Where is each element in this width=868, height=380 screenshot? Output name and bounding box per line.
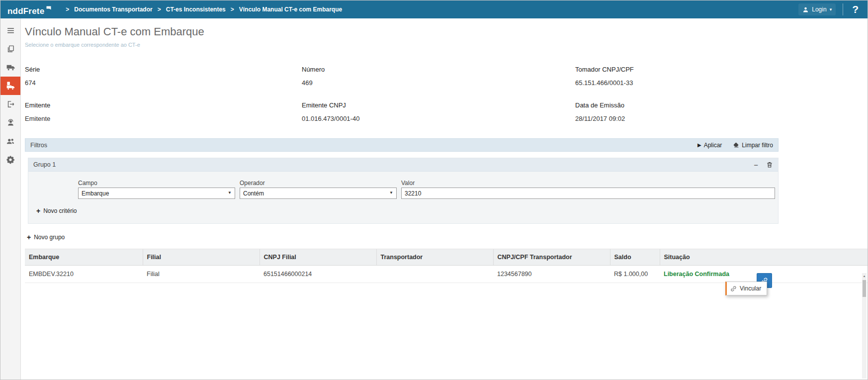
- filter-actions: ▶ Aplicar Limpar filtro: [697, 142, 773, 149]
- brand-logo[interactable]: nddFrete: [7, 3, 52, 15]
- apply-filter-button[interactable]: ▶ Aplicar: [697, 142, 722, 149]
- login-menu[interactable]: Login ▾: [798, 3, 836, 15]
- filters-header: Filtros ▶ Aplicar Limpar filtro: [25, 138, 779, 152]
- collapse-group-button[interactable]: −: [754, 161, 758, 169]
- breadcrumb: > Documentos Transportador > CT-es Incon…: [66, 6, 798, 13]
- help-button[interactable]: ?: [850, 3, 861, 15]
- column-header-situacao[interactable]: Situação: [660, 249, 868, 266]
- filter-group-title: Grupo 1: [33, 161, 56, 168]
- copy-icon: [6, 45, 15, 53]
- campo-select[interactable]: Embarque: [78, 188, 235, 199]
- menu-icon: [6, 26, 15, 35]
- column-header-cnpj-cpf-transportador[interactable]: CNPJ/CPF Transportador: [493, 249, 610, 266]
- cell-filial: Filial: [143, 266, 260, 283]
- plus-icon: +: [36, 207, 40, 214]
- brand-name: nddFrete: [7, 3, 44, 15]
- column-header-embarque[interactable]: Embarque: [25, 249, 143, 266]
- field-label: Emitente CNPJ: [302, 101, 575, 109]
- sidebar-item-usuarios[interactable]: [0, 132, 20, 150]
- sidebar-item-atendimento[interactable]: [0, 113, 20, 132]
- sidebar-item-documentos-transportador[interactable]: [0, 77, 20, 95]
- field-data-emissao: Data de Emissão 28/11/2017 09:02: [575, 101, 868, 122]
- operador-select[interactable]: Contém: [240, 188, 397, 199]
- field-value: 469: [302, 79, 575, 87]
- topbar: nddFrete > Documentos Transportador > CT…: [0, 0, 868, 18]
- sidebar-item-exportar[interactable]: [0, 95, 20, 113]
- sidebar: [0, 18, 21, 380]
- scroll-up-arrow[interactable]: ▲: [862, 273, 867, 279]
- operador-field: Contém ▼: [240, 188, 397, 199]
- cell-cnpj-cpf-transportador: 1234567890: [493, 266, 610, 283]
- topbar-divider: [843, 3, 843, 15]
- sidebar-item-transporte[interactable]: [0, 58, 20, 77]
- campo-field: Embarque ▼: [78, 188, 235, 199]
- field-emitente-cnpj: Emitente CNPJ 01.016.473/0001-40: [302, 101, 575, 122]
- field-label: Data de Emissão: [575, 101, 868, 109]
- users-icon: [6, 137, 15, 146]
- field-value: Emitente: [25, 115, 302, 122]
- gear-icon: [6, 155, 15, 164]
- export-icon: [6, 100, 15, 108]
- plus-icon: +: [27, 234, 31, 241]
- column-header-cnpj-filial[interactable]: CNPJ Filial: [260, 249, 376, 266]
- page-title: Vínculo Manual CT-e com Embarque: [25, 25, 868, 38]
- field-label: Série: [25, 66, 302, 73]
- clear-filter-button[interactable]: Limpar filtro: [733, 142, 773, 149]
- app-window: nddFrete > Documentos Transportador > CT…: [0, 0, 868, 380]
- valor-input[interactable]: [401, 188, 775, 199]
- login-label: Login: [812, 6, 826, 13]
- support-headset-icon: [6, 118, 15, 127]
- operador-label: Operador: [240, 180, 265, 187]
- field-emitente: Emitente Emitente: [25, 101, 302, 122]
- play-icon: ▶: [697, 142, 701, 148]
- cte-details: Série 674 Número 469 Tomador CNPJ/CPF 65…: [25, 66, 868, 122]
- column-header-saldo[interactable]: Saldo: [610, 249, 660, 266]
- sidebar-item-documentos[interactable]: [0, 40, 20, 58]
- clear-filter-label: Limpar filtro: [742, 142, 773, 149]
- field-serie: Série 674: [25, 66, 302, 87]
- truck-icon: [6, 63, 15, 72]
- field-label: Emitente: [25, 101, 302, 109]
- vincular-tooltip[interactable]: Vincular: [725, 282, 767, 295]
- embarques-table: Embarque Filial CNPJ Filial Transportado…: [25, 249, 868, 283]
- table-header-row: Embarque Filial CNPJ Filial Transportado…: [25, 249, 868, 266]
- table-row[interactable]: EMBDEV.32210 Filial 65151466000214 12345…: [25, 266, 868, 283]
- vertical-scrollbar[interactable]: ▲: [862, 273, 867, 379]
- main-content: Vínculo Manual CT-e com Embarque Selecio…: [21, 18, 868, 380]
- column-header-filial[interactable]: Filial: [143, 249, 260, 266]
- breadcrumb-separator: >: [66, 6, 69, 13]
- filter-group-body: Campo Operador Valor Embarque ▼ Contém: [28, 172, 778, 223]
- filter-group-header: Grupo 1 −: [28, 158, 778, 172]
- breadcrumb-item-ctes-inconsistentes[interactable]: CT-es Inconsistentes: [166, 6, 226, 13]
- cell-cnpj-filial: 65151466000214: [260, 266, 376, 283]
- column-header-transportador[interactable]: Transportador: [376, 249, 493, 266]
- sidebar-item-configuracoes[interactable]: [0, 150, 20, 169]
- valor-label: Valor: [401, 180, 415, 187]
- field-label: Número: [302, 66, 575, 73]
- trash-icon: [766, 161, 773, 168]
- link-icon: [730, 285, 737, 292]
- add-group-label: Novo grupo: [34, 234, 65, 241]
- add-group-button[interactable]: + Novo grupo: [27, 234, 65, 241]
- scrollbar-thumb[interactable]: [863, 280, 866, 297]
- breadcrumb-item-vinculo-manual[interactable]: Vínculo Manual CT-e com Embarque: [239, 6, 342, 13]
- sidebar-item-menu[interactable]: [0, 21, 20, 40]
- cell-saldo: R$ 1.000,00: [610, 266, 660, 283]
- field-value: 28/11/2017 09:02: [575, 115, 868, 122]
- field-numero: Número 469: [302, 66, 575, 87]
- field-value: 674: [25, 79, 302, 87]
- apply-filter-label: Aplicar: [704, 142, 722, 149]
- breadcrumb-item-documentos-transportador[interactable]: Documentos Transportador: [74, 6, 152, 13]
- minus-icon: −: [754, 161, 758, 169]
- add-criteria-button[interactable]: + Novo critério: [36, 207, 77, 214]
- eraser-icon: [733, 142, 739, 148]
- user-icon: [802, 6, 809, 13]
- field-tomador-cnpj-cpf: Tomador CNPJ/CPF 65.151.466/0001-33: [575, 66, 868, 87]
- delete-group-button[interactable]: [766, 161, 773, 168]
- campo-label: Campo: [78, 180, 97, 187]
- breadcrumb-separator: >: [231, 6, 234, 13]
- chevron-down-icon: ▾: [830, 7, 832, 12]
- filter-group-panel: Grupo 1 − Campo Operador Valor: [28, 158, 779, 224]
- field-value: 65.151.466/0001-33: [575, 79, 868, 87]
- cell-transportador: [376, 266, 493, 283]
